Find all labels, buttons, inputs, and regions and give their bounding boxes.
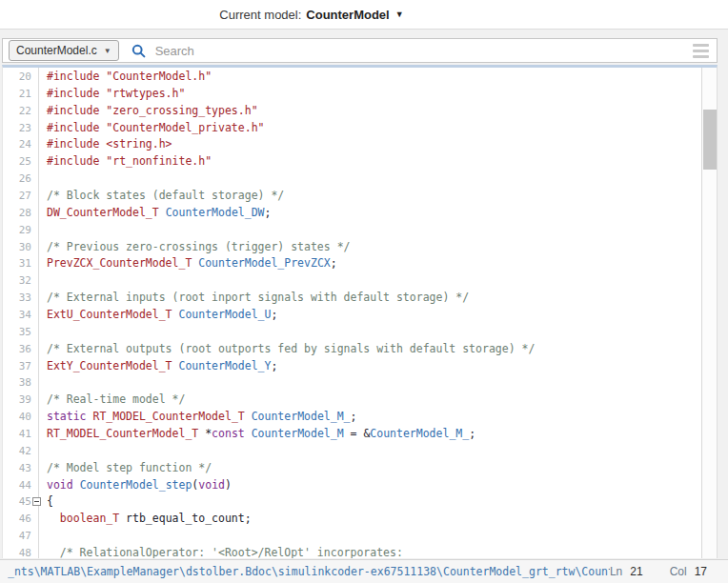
code-token: ; <box>331 256 337 270</box>
line-number: 34 <box>3 307 31 324</box>
code-token: #include "rtwtypes.h" <box>47 87 185 100</box>
line-number: 29 <box>3 222 31 239</box>
line-number: 46 <box>3 511 31 528</box>
code-token: rtb_equal_to_count; <box>119 512 251 525</box>
code-identifier-link[interactable]: CounterModel_DW <box>166 206 265 219</box>
code-viewer-panel: 20#include "CounterModel.h"21#include "r… <box>2 65 718 558</box>
code-token <box>245 427 252 440</box>
code-token: * <box>198 427 212 440</box>
code-token: DW_CounterModel_T <box>47 206 159 219</box>
line-indicator-label: Ln <box>610 565 622 578</box>
code-line-text: /* Previous zero-crossings (trigger) sta… <box>47 239 351 256</box>
code-line-text: boolean_T rtb_equal_to_count; <box>47 511 252 528</box>
menu-bar <box>693 44 709 47</box>
code-token: static <box>47 410 87 423</box>
file-selector-dropdown[interactable]: CounterModel.c ▼ <box>9 40 119 61</box>
code-line-text: #include "CounterModel.h" <box>47 69 212 86</box>
code-line-row: 39/* Real-time model */ <box>3 392 700 409</box>
code-identifier-link[interactable]: CounterModel_U <box>179 308 272 321</box>
line-number: 36 <box>3 341 31 358</box>
column-indicator-value: 17 <box>695 565 707 578</box>
code-line-text: #include "rtwtypes.h" <box>47 86 185 103</box>
code-token: #include "CounterModel_private.h" <box>47 121 264 134</box>
code-line-text: /* RelationalOperator: '<Root>/RelOpt' i… <box>47 545 403 558</box>
code-line-row: 43/* Model step function */ <box>3 460 700 477</box>
line-number: 33 <box>3 290 31 307</box>
code-token: boolean_T <box>60 512 119 525</box>
line-number: 40 <box>3 409 31 426</box>
line-number: 25 <box>3 153 31 171</box>
code-identifier-link[interactable]: CounterModel_PrevZCX <box>198 256 330 270</box>
code-token: /* External inputs (root inport signals … <box>47 291 469 304</box>
line-number: 20 <box>3 69 31 86</box>
code-identifier-link[interactable]: CounterModel_step <box>80 478 192 492</box>
code-line-row: 48 /* RelationalOperator: '<Root>/RelOpt… <box>3 545 700 558</box>
code-line-text: DW_CounterModel_T CounterModel_DW; <box>47 205 271 222</box>
code-line-row: 32 <box>3 272 700 290</box>
current-model-selector[interactable]: Current model: CounterModel ▼ <box>219 8 403 22</box>
line-number: 23 <box>3 120 31 137</box>
code-fold-toggle-icon[interactable] <box>32 497 41 506</box>
code-line-text: /* External inputs (root inport signals … <box>47 290 469 307</box>
line-number: 48 <box>3 545 31 558</box>
line-number: 38 <box>3 374 31 392</box>
code-token: RT_MODEL_CounterModel_T <box>92 410 244 423</box>
code-line-text: RT_MODEL_CounterModel_T *const CounterMo… <box>47 426 475 443</box>
code-token: ExtY_CounterModel_T <box>47 359 172 372</box>
current-model-name: CounterModel <box>306 8 389 22</box>
code-line-row: 45{ <box>3 493 700 511</box>
code-line-row: 38 <box>3 374 700 392</box>
code-line-row: 36/* External outputs (root outports fed… <box>3 341 700 358</box>
scrollbar-thumb[interactable] <box>703 110 717 170</box>
code-line-row: 35 <box>3 324 700 341</box>
code-line-row: 26 <box>3 171 700 188</box>
hamburger-menu-icon[interactable] <box>693 44 709 58</box>
code-token: void <box>198 478 225 492</box>
code-token: const <box>212 427 245 440</box>
code-line-row: 34ExtU_CounterModel_T CounterModel_U; <box>3 307 700 324</box>
file-selector-label: CounterModel.c <box>16 44 97 57</box>
code-token <box>159 206 166 219</box>
code-line-row: 37ExtY_CounterModel_T CounterModel_Y; <box>3 358 700 375</box>
code-line-row: 44void CounterModel_step(void) <box>3 477 700 494</box>
code-line-row: 40static RT_MODEL_CounterModel_T Counter… <box>3 409 700 426</box>
code-line-text: /* Model step function */ <box>47 460 212 477</box>
model-dropdown-caret-icon: ▼ <box>395 10 404 19</box>
line-number: 35 <box>3 324 31 341</box>
code-line-row: 22#include "zero_crossing_types.h" <box>3 103 700 120</box>
file-path: _nts\MATLAB\ExampleManager\dstolber.Bdoc… <box>8 565 610 578</box>
line-number: 27 <box>3 188 31 205</box>
line-number: 39 <box>3 392 31 409</box>
code-token: #include "zero_crossing_types.h" <box>47 104 258 117</box>
code-identifier-link[interactable]: CounterModel_Y <box>179 359 272 372</box>
file-dropdown-caret-icon: ▼ <box>104 47 111 55</box>
code-line-row: 21#include "rtwtypes.h" <box>3 86 700 103</box>
line-number: 47 <box>3 528 31 545</box>
code-line-row: 29 <box>3 222 700 239</box>
code-token: = & <box>344 427 371 440</box>
code-identifier-link[interactable]: CounterModel_M <box>252 427 344 440</box>
code-generation-report-window: Current model: CounterModel ▼ CounterMod… <box>0 0 728 583</box>
menu-bar <box>693 50 709 52</box>
line-number: 26 <box>3 171 31 188</box>
line-number: 32 <box>3 272 31 290</box>
code-identifier-link[interactable]: CounterModel_M_ <box>252 410 351 423</box>
code-token: ; <box>351 410 357 423</box>
line-number: 28 <box>3 205 31 222</box>
code-line-text: /* Block states (default storage) */ <box>47 188 284 205</box>
code-line-text: /* External outputs (root outports fed b… <box>47 341 535 358</box>
code-token <box>172 308 179 321</box>
search-input[interactable] <box>153 43 685 59</box>
code-line-text: #include "CounterModel_private.h" <box>47 120 264 137</box>
code-line-row: 41RT_MODEL_CounterModel_T *const Counter… <box>3 426 700 443</box>
code-identifier-link[interactable]: CounterModel_M_ <box>370 427 469 440</box>
code-token: #include "CounterModel.h" <box>47 70 212 83</box>
vertical-scrollbar[interactable] <box>701 68 717 558</box>
code-token <box>172 359 179 372</box>
code-line-text: #include <string.h> <box>47 136 172 153</box>
line-number: 22 <box>3 103 31 120</box>
code-token: /* Real-time model */ <box>47 392 185 406</box>
code-line-text: /* Real-time model */ <box>47 392 185 409</box>
code-line-text: { <box>47 493 53 511</box>
line-number: 41 <box>3 426 31 443</box>
